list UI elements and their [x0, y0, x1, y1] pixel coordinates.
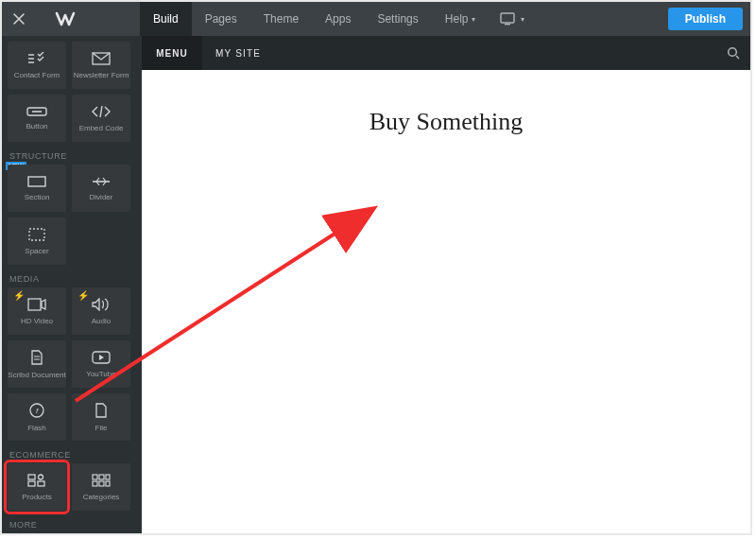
tile-label: Contact Form [14, 71, 60, 79]
document-icon [30, 350, 43, 367]
spacer-icon [28, 228, 45, 243]
svg-rect-17 [106, 475, 110, 479]
site-name[interactable]: MY SITE [202, 48, 716, 59]
youtube-icon [92, 351, 111, 366]
device-icon [500, 12, 517, 26]
tile-youtube[interactable]: YouTube [72, 340, 130, 388]
tile-embed-code[interactable]: Embed Code [72, 95, 130, 142]
code-icon [91, 105, 112, 120]
chevron-down-icon: ▾ [521, 15, 524, 24]
tile-flash[interactable]: f Flash [8, 393, 66, 441]
tile-categories[interactable]: Categories [72, 463, 130, 511]
main-area: Contact Form Newsletter Form Button Embe… [2, 36, 750, 533]
audio-icon [92, 298, 111, 313]
tile-label: Scribd Document [8, 371, 65, 379]
svg-rect-0 [501, 13, 514, 23]
svg-rect-1 [505, 24, 510, 25]
svg-rect-16 [99, 475, 104, 479]
svg-point-13 [39, 475, 43, 479]
tile-label: Button [26, 122, 47, 130]
category-ecommerce: ECOMMERCE [9, 450, 134, 460]
svg-point-22 [729, 48, 737, 57]
tab-pages[interactable]: Pages [192, 2, 250, 36]
divider-icon [92, 176, 111, 189]
tile-label: Categories [83, 493, 120, 501]
svg-rect-6 [29, 229, 44, 240]
weebly-logo-icon [55, 9, 121, 28]
tile-contact-form[interactable]: Contact Form [8, 42, 66, 89]
content-area: MENU MY SITE Buy Something [142, 36, 750, 533]
app-frame: Build Pages Theme Apps Settings Help▾ ▾ … [0, 0, 752, 535]
file-icon [94, 403, 108, 420]
bolt-icon: ⚡ [77, 290, 89, 301]
svg-rect-4 [32, 111, 42, 113]
checklist-icon [27, 52, 46, 67]
site-subnav: MENU MY SITE [142, 36, 750, 70]
tile-spacer[interactable]: Spacer [8, 217, 66, 265]
category-media: MEDIA [9, 274, 134, 284]
video-icon [27, 298, 46, 313]
tab-help[interactable]: Help▾ [432, 2, 490, 36]
category-more: MORE [9, 520, 134, 530]
tile-label: Newsletter Form [74, 71, 129, 79]
tile-label: Embed Code [79, 124, 124, 132]
weebly-logo [36, 2, 140, 36]
tile-scribd-document[interactable]: Scribd Document [8, 340, 66, 388]
tile-label: Divider [90, 193, 113, 201]
menu-button[interactable]: MENU [142, 36, 202, 70]
tile-label: Spacer [25, 247, 48, 255]
svg-rect-11 [28, 475, 35, 479]
publish-button[interactable]: Publish [668, 8, 743, 30]
bolt-icon: ⚡ [13, 290, 25, 301]
envelope-icon [92, 52, 111, 67]
tab-theme[interactable]: Theme [250, 2, 312, 36]
tile-label: Section [25, 193, 50, 201]
flash-icon: f [29, 403, 44, 420]
svg-rect-5 [28, 177, 45, 186]
tile-label: Flash [27, 424, 46, 432]
section-icon [27, 176, 46, 189]
tile-button[interactable]: Button [8, 95, 66, 142]
top-nav: Build Pages Theme Apps Settings Help▾ ▾ … [2, 2, 750, 36]
tile-label: Products [22, 493, 52, 501]
tile-divider[interactable]: Divider [72, 165, 130, 212]
svg-rect-19 [99, 481, 104, 486]
tab-apps[interactable]: Apps [312, 2, 364, 36]
element-palette: Contact Form Newsletter Form Button Embe… [2, 36, 142, 533]
categories-icon [92, 474, 111, 489]
tab-settings[interactable]: Settings [364, 2, 431, 36]
tile-label: YouTube [86, 370, 115, 378]
svg-rect-12 [28, 481, 35, 486]
top-tabs: Build Pages Theme Apps Settings Help▾ [140, 2, 489, 36]
page-heading[interactable]: Buy Something [369, 108, 524, 136]
page-canvas[interactable]: Buy Something [142, 70, 750, 533]
close-button[interactable] [2, 2, 36, 36]
tile-products[interactable]: Products [8, 463, 66, 511]
device-preview-menu[interactable]: ▾ [489, 2, 536, 36]
site-search-button[interactable] [716, 46, 750, 60]
svg-text:f: f [36, 407, 39, 415]
category-structure: STRUCTURE [9, 151, 134, 161]
tile-audio[interactable]: ⚡ Audio [72, 287, 130, 335]
svg-rect-18 [93, 481, 97, 486]
svg-rect-7 [28, 299, 41, 310]
close-icon [12, 12, 26, 26]
svg-rect-15 [93, 475, 97, 479]
tile-label: File [95, 424, 108, 432]
tile-newsletter-form[interactable]: Newsletter Form [72, 42, 130, 89]
button-icon [26, 107, 47, 118]
svg-rect-14 [38, 481, 44, 486]
tile-label: HD Video [21, 317, 53, 325]
search-icon [727, 46, 740, 60]
tile-label: Audio [92, 317, 111, 325]
tile-file[interactable]: File [72, 393, 130, 441]
tile-section[interactable]: Section [8, 165, 66, 212]
tab-build[interactable]: Build [140, 2, 192, 36]
products-icon [27, 474, 46, 489]
svg-rect-20 [106, 481, 110, 486]
chevron-down-icon: ▾ [472, 15, 475, 24]
tile-hd-video[interactable]: ⚡ HD Video [8, 287, 66, 335]
